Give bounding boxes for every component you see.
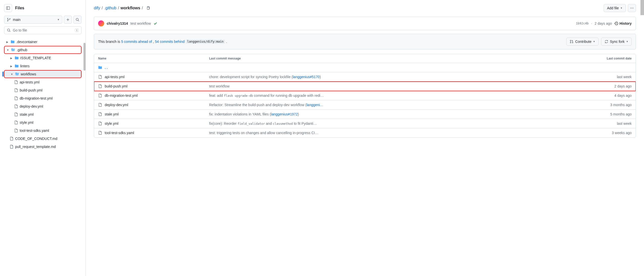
tree-item-db-migration[interactable]: db-migration-test.yml xyxy=(4,94,81,102)
commit-message[interactable]: feat: add flask upgrade-db command for r… xyxy=(209,94,586,98)
pull-request-icon xyxy=(570,40,574,44)
parent-dir-row[interactable]: . . xyxy=(94,63,636,72)
parent-dir-link[interactable]: . . xyxy=(105,66,108,70)
collapse-panel-button[interactable] xyxy=(4,4,12,12)
sidebar-header: Files xyxy=(4,4,81,12)
latest-commit-box: chivalry1314 test workflow 1b92c4b · 2 d… xyxy=(94,17,636,30)
behind-link[interactable]: 54 commits behind xyxy=(155,40,185,44)
svg-point-4 xyxy=(76,18,78,21)
tree-item-tool-test[interactable]: tool-test-sdks.yaml xyxy=(4,127,81,135)
commit-message[interactable]: Refactor: Streamline the build-push and … xyxy=(209,103,586,107)
sync-fork-button[interactable]: Sync fork ▼ xyxy=(601,38,632,46)
commit-message[interactable]: test workflow xyxy=(130,21,151,25)
commit-author[interactable]: chivalry1314 xyxy=(107,21,128,25)
goto-placeholder: Go to file xyxy=(13,28,73,32)
tree-item-pr-template[interactable]: pull_request_template.md xyxy=(4,143,81,151)
check-icon[interactable] xyxy=(153,21,157,25)
file-link[interactable]: api-tests.yml xyxy=(105,75,125,79)
more-button[interactable] xyxy=(628,4,636,12)
crumb-sep: / xyxy=(142,6,143,10)
tree-item-code-conduct[interactable]: CODE_OF_CONDUCT.md xyxy=(4,135,81,143)
ahead-link[interactable]: 5 commits ahead of xyxy=(121,40,152,44)
file-tree-sidebar: Files main ▼ Go to file t ▶ .devcontaine… xyxy=(0,0,86,276)
file-icon xyxy=(14,104,18,108)
commit-date: 4 days ago xyxy=(586,94,632,98)
commit-date: last week xyxy=(586,121,632,126)
caret-down-icon: ▼ xyxy=(593,40,595,43)
history-link[interactable]: History xyxy=(614,21,632,25)
folder-icon xyxy=(15,56,19,60)
svg-point-13 xyxy=(570,40,571,41)
commit-link[interactable]: langgenius#5170 xyxy=(293,75,320,79)
commit-message[interactable]: test: triggering tests on changes and al… xyxy=(209,131,586,135)
tree-item-deploy-dev[interactable]: deploy-dev.yml xyxy=(4,102,81,110)
tree-item-style[interactable]: style.yml xyxy=(4,118,81,127)
svg-rect-0 xyxy=(7,7,10,10)
file-link[interactable]: style.yml xyxy=(105,121,118,126)
file-icon xyxy=(14,112,18,116)
commit-date: 2 days ago xyxy=(586,84,632,88)
chevron-right-icon: ▶ xyxy=(6,41,9,43)
copy-path-button[interactable] xyxy=(145,5,152,12)
file-link[interactable]: stale.yml xyxy=(105,112,119,116)
git-branch-icon xyxy=(7,18,11,22)
tree-item-build-push[interactable]: build-push.yml xyxy=(4,86,81,94)
file-table: Name Last commit message Last commit dat… xyxy=(94,54,636,138)
file-link[interactable]: tool-test-sdks.yaml xyxy=(105,131,134,135)
tree-item-issue-template[interactable]: ▶ ISSUE_TEMPLATE xyxy=(4,54,81,62)
commit-date: last week xyxy=(586,75,632,79)
crumb-github[interactable]: .github xyxy=(104,6,116,10)
svg-point-6 xyxy=(8,29,10,31)
avatar[interactable] xyxy=(98,20,104,26)
chevron-down-icon: ▼ xyxy=(10,73,14,76)
file-tree: ▶ .devcontainer ▼ .github ▶ ISSUE_TEMPLA… xyxy=(4,38,81,151)
goto-file-input[interactable]: Go to file t xyxy=(4,26,81,34)
file-icon xyxy=(14,88,18,92)
file-icon xyxy=(98,84,102,88)
sidebar-title: Files xyxy=(15,6,24,10)
file-link[interactable]: deploy-dev.yml xyxy=(105,103,128,107)
folder-icon xyxy=(11,40,15,44)
commit-message[interactable]: fix: indentation violations in YAML file… xyxy=(209,112,586,116)
crumb-sep: / xyxy=(102,6,103,10)
crumb-repo[interactable]: dify xyxy=(94,6,100,10)
copy-icon xyxy=(146,6,150,10)
folder-open-icon xyxy=(15,72,19,76)
tree-item-workflows[interactable]: ▼ workflows xyxy=(4,70,81,78)
commit-message[interactable]: chore: development script for syncing Po… xyxy=(209,75,586,79)
add-file-button[interactable] xyxy=(64,16,72,24)
tree-item-devcontainer[interactable]: ▶ .devcontainer xyxy=(4,38,81,46)
main-scrollbar[interactable] xyxy=(640,0,644,15)
commit-sha[interactable]: 1b92c4b xyxy=(576,22,589,25)
contribute-button[interactable]: Contribute ▼ xyxy=(566,38,599,46)
folder-icon xyxy=(15,64,19,68)
commit-link[interactable]: langgeni… xyxy=(306,103,323,107)
chevron-down-icon: ▼ xyxy=(6,49,10,51)
file-icon xyxy=(98,75,102,79)
file-icon xyxy=(14,120,18,125)
commit-message[interactable]: test workflow xyxy=(209,84,586,88)
table-row: tool-test-sdks.yamltest: triggering test… xyxy=(94,128,636,137)
history-icon xyxy=(614,21,619,25)
tree-item-api-tests[interactable]: api-tests.yml xyxy=(4,78,81,86)
file-icon xyxy=(14,129,18,133)
commit-link[interactable]: langgenius#1972 xyxy=(271,112,298,116)
search-icon xyxy=(75,18,79,22)
table-header: Name Last commit message Last commit dat… xyxy=(94,54,636,63)
branch-select[interactable]: main ▼ xyxy=(4,16,62,24)
commit-message[interactable]: fix(core): Reorder field_validator and c… xyxy=(209,121,586,126)
svg-line-7 xyxy=(10,31,11,32)
col-date: Last commit date xyxy=(586,57,632,60)
goto-kbd: t xyxy=(75,28,79,32)
svg-point-10 xyxy=(632,8,632,9)
search-button[interactable] xyxy=(73,16,81,24)
file-link[interactable]: build-push.yml xyxy=(105,84,127,88)
add-file-button[interactable]: Add file ▼ xyxy=(604,4,626,12)
commit-date: 2 days ago xyxy=(595,21,612,25)
tree-item-linters[interactable]: ▶ linters xyxy=(4,62,81,70)
sidebar-scrollbar[interactable] xyxy=(83,43,86,71)
tree-item-stale[interactable]: stale.yml xyxy=(4,110,81,118)
file-link[interactable]: db-migration-test.yml xyxy=(105,94,138,98)
compare-target[interactable]: langgenius/dify:main xyxy=(186,40,225,44)
tree-item-github[interactable]: ▼ .github xyxy=(4,46,81,54)
